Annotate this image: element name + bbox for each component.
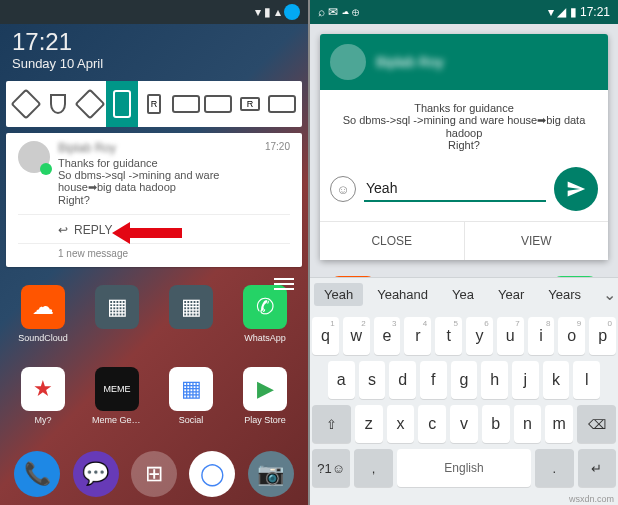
status-bar-left: ▾ ▮ ▴ [0,0,308,24]
whatsapp-badge-icon [40,163,52,175]
home-row-2: ★My? MEMEMeme Generat ▦Social ▶Play Stor… [0,349,308,431]
key-h[interactable]: h [481,361,508,399]
key-backspace[interactable]: ⌫ [577,405,616,443]
keyboard-suggestion-bar: Yeah Yeahand Yea Year Years ⌄ [310,277,618,311]
key-n[interactable]: n [514,405,542,443]
key-r[interactable]: r4 [404,317,431,355]
key-period[interactable]: . [535,449,573,487]
statusbar-whatsapp-icon: ⌕ ✉ ☁ ⊕ [318,5,359,19]
app-my[interactable]: ★My? [18,367,68,425]
clock-date: Sunday 10 April [12,56,296,71]
key-f[interactable]: f [420,361,447,399]
message-line-2: So dbms->sql ->mining and ware house➡big… [58,169,257,194]
dock-phone[interactable]: 📞 [14,451,60,497]
notification-shade-clock: 17:21 Sunday 10 April [0,24,308,75]
reply-icon: ↩ [58,223,68,237]
qs-r2-icon[interactable]: R [234,81,266,127]
avatar-status-icon [284,4,300,20]
app-social-folder[interactable]: ▦Social [166,367,216,425]
app-playstore[interactable]: ▶Play Store [240,367,290,425]
dock: 📞 💬 ⊞ ◯ 📷 [0,445,308,503]
qs-portrait-icon[interactable] [106,81,138,127]
key-w[interactable]: w2 [343,317,370,355]
key-c[interactable]: c [418,405,446,443]
key-e[interactable]: e3 [374,317,401,355]
app-unknown-2[interactable]: ▦ [166,285,216,343]
whatsapp-reply-popup: Biplab Roy Thanks for guidance So dbms->… [320,34,608,260]
view-button[interactable]: VIEW [464,222,609,260]
key-p[interactable]: p0 [589,317,616,355]
app-meme[interactable]: MEMEMeme Generat [92,367,142,425]
sender-avatar [18,141,50,173]
dock-camera[interactable]: 📷 [248,451,294,497]
clock-time: 17:21 [12,28,296,56]
dock-messages[interactable]: 💬 [73,451,119,497]
app-unknown-1[interactable]: ▦ [92,285,142,343]
qs-landscape-icon[interactable] [170,81,202,127]
statusbar-signal-icon: ▾ ◢ ▮ [548,5,577,19]
popup-contact-name: Biplab Roy [376,54,444,70]
emoji-icon[interactable]: ☺ [330,176,356,202]
key-y[interactable]: y6 [466,317,493,355]
wifi-icon: ▾ ▮ ▴ [255,5,281,19]
sender-name: Biplab Roy [58,141,257,155]
suggestion-1[interactable]: Yeah [314,283,363,306]
key-symbols[interactable]: ?1☺ [312,449,350,487]
key-l[interactable]: l [573,361,600,399]
qs-rotate-icon[interactable] [74,81,106,127]
suggestion-3[interactable]: Yea [442,283,484,306]
key-u[interactable]: u7 [497,317,524,355]
key-comma[interactable]: , [354,449,392,487]
dock-chrome[interactable]: ◯ [189,451,235,497]
key-x[interactable]: x [387,405,415,443]
key-enter[interactable]: ↵ [578,449,616,487]
key-g[interactable]: g [451,361,478,399]
key-i[interactable]: i8 [528,317,555,355]
phone-right: ⌕ ✉ ☁ ⊕ ▾ ◢ ▮ 17:21 Biplab Roy Thanks fo… [310,0,618,505]
message-line-1: Thanks for guidance [58,157,257,169]
close-button[interactable]: CLOSE [320,222,464,260]
key-m[interactable]: m [545,405,573,443]
key-k[interactable]: k [543,361,570,399]
suggestion-2[interactable]: Yeahand [367,283,438,306]
annotation-arrow-reply [112,218,182,248]
qs-shield-icon[interactable] [42,81,74,127]
qs-r-icon[interactable]: R [138,81,170,127]
dock-apps[interactable]: ⊞ [131,451,177,497]
suggestion-more-icon[interactable]: ⌄ [595,285,618,304]
notification-time: 17:20 [265,141,290,206]
suggestion-4[interactable]: Year [488,283,534,306]
quick-settings-row: R R [6,81,302,127]
popup-avatar [330,44,366,80]
key-z[interactable]: z [355,405,383,443]
app-whatsapp[interactable]: ✆WhatsApp [240,285,290,343]
qs-monitor-icon[interactable] [266,81,298,127]
qs-autorotate-icon[interactable] [10,81,42,127]
key-s[interactable]: s [359,361,386,399]
home-row-1: ☁SoundCloud ▦ ▦ ✆WhatsApp [0,267,308,349]
key-space[interactable]: English [397,449,531,487]
qs-tablet-icon[interactable] [202,81,234,127]
phone-left: ▾ ▮ ▴ 17:21 Sunday 10 April R R Biplab R… [0,0,308,505]
soft-keyboard: q1w2e3r4t5y6u7i8o9p0 asdfghjkl ⇧zxcvbnm⌫… [310,311,618,505]
popup-message: Thanks for guidance So dbms->sql ->minin… [320,90,608,163]
suggestion-5[interactable]: Years [538,283,591,306]
notification-handle-icon[interactable] [274,278,294,290]
watermark: wsxdn.com [569,494,614,504]
app-soundcloud[interactable]: ☁SoundCloud [18,285,68,343]
reply-input[interactable] [364,176,546,202]
key-a[interactable]: a [328,361,355,399]
key-b[interactable]: b [482,405,510,443]
key-d[interactable]: d [389,361,416,399]
key-q[interactable]: q1 [312,317,339,355]
svg-marker-0 [112,222,182,244]
statusbar-clock: 17:21 [580,5,610,19]
key-v[interactable]: v [450,405,478,443]
key-t[interactable]: t5 [435,317,462,355]
status-bar-right: ⌕ ✉ ☁ ⊕ ▾ ◢ ▮ 17:21 [310,0,618,24]
message-line-3: Right? [58,194,257,206]
key-j[interactable]: j [512,361,539,399]
send-button[interactable] [554,167,598,211]
key-shift[interactable]: ⇧ [312,405,351,443]
key-o[interactable]: o9 [558,317,585,355]
